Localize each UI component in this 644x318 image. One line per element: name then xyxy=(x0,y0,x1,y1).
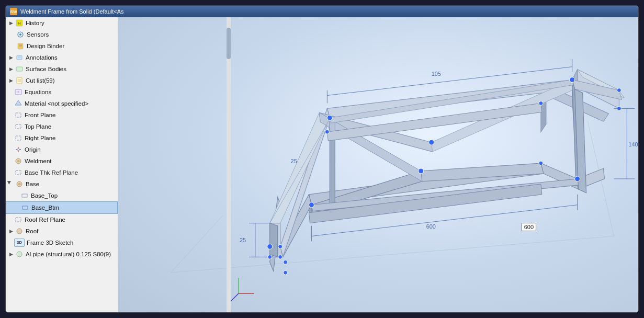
sidebar-item-top-plane[interactable]: Top Plane xyxy=(6,121,118,132)
sidebar-item-base-top[interactable]: Base_Top xyxy=(6,190,118,201)
svg-line-31 xyxy=(171,236,614,273)
cut-list-icon xyxy=(15,76,24,85)
svg-point-61 xyxy=(419,168,424,174)
svg-text:25: 25 xyxy=(291,158,297,164)
svg-point-30 xyxy=(17,252,22,257)
svg-point-64 xyxy=(539,161,543,165)
weldment-icon xyxy=(14,157,22,165)
design-binder-icon xyxy=(16,42,25,50)
svg-point-29 xyxy=(17,229,22,234)
origin-icon xyxy=(14,145,22,154)
history-label: History xyxy=(26,18,44,28)
sidebar-item-base-thk[interactable]: Base Thk Ref Plane xyxy=(6,167,118,178)
feature-tree[interactable]: ▶ H History Sensors Design Binder xyxy=(6,17,118,312)
base-top-icon xyxy=(20,191,29,200)
svg-point-59 xyxy=(278,255,283,259)
svg-rect-17 xyxy=(16,113,21,117)
svg-marker-16 xyxy=(15,100,21,105)
right-plane-icon xyxy=(14,134,22,142)
history-icon: H xyxy=(15,19,24,27)
sidebar-item-surface-bodies[interactable]: ▶ Surface Bodies xyxy=(6,63,118,75)
frame-3d-label: Frame 3D Sketch xyxy=(27,238,73,247)
svg-text:140: 140 xyxy=(628,141,638,147)
right-plane-label: Right Plane xyxy=(25,133,55,143)
sidebar-item-front-plane[interactable]: Front Plane xyxy=(6,109,118,121)
expand-arrow-roof: ▶ xyxy=(8,228,14,234)
top-plane-icon xyxy=(14,122,22,131)
svg-point-22 xyxy=(17,149,19,151)
sensors-label: Sensors xyxy=(27,30,49,39)
svg-rect-27 xyxy=(22,206,28,209)
svg-rect-28 xyxy=(16,218,21,222)
expand-arrow-annotations: ▶ xyxy=(8,54,14,61)
equations-icon: = xyxy=(14,88,22,96)
svg-point-60 xyxy=(429,140,434,145)
annotations-label: Annotations xyxy=(26,53,58,62)
svg-point-67 xyxy=(284,260,288,264)
svg-text:25: 25 xyxy=(240,237,246,243)
surface-bodies-label: Surface Bodies xyxy=(26,64,66,74)
annotations-icon xyxy=(15,53,24,62)
sidebar-item-origin[interactable]: Origin xyxy=(6,144,118,155)
base-thk-label: Base Thk Ref Plane xyxy=(25,168,78,177)
base-thk-icon xyxy=(14,168,22,177)
svg-rect-7 xyxy=(17,55,22,60)
3d-viewport[interactable]: 140 105 600 25 xyxy=(118,17,638,312)
svg-line-32 xyxy=(171,215,223,273)
sidebar-item-cut-list[interactable]: ▶ Cut list(59) xyxy=(6,75,118,86)
equations-label: Equations xyxy=(25,87,51,97)
top-plane-label: Top Plane xyxy=(25,122,51,131)
svg-rect-4 xyxy=(18,43,23,49)
material-icon xyxy=(14,99,22,108)
roof-icon xyxy=(15,227,24,235)
expand-arrow: ▶ xyxy=(8,20,14,26)
al-pipe-label: Al pipe (structural) 0.125 S80(9) xyxy=(26,249,111,259)
sidebar-item-material[interactable]: Material <not specified> xyxy=(6,98,118,109)
base-btm-label: Base_Btm xyxy=(31,203,59,212)
svg-point-54 xyxy=(327,115,332,120)
material-label: Material <not specified> xyxy=(25,99,88,108)
sidebar-item-sensors[interactable]: Sensors xyxy=(6,29,118,40)
svg-point-68 xyxy=(284,270,288,275)
svg-text:600: 600 xyxy=(426,223,436,230)
svg-rect-18 xyxy=(16,124,21,129)
svg-point-57 xyxy=(268,255,272,259)
base-label: Base xyxy=(26,179,39,189)
weldment-label: Weldment xyxy=(25,156,52,166)
sidebar-scrollbar[interactable] xyxy=(227,17,231,312)
svg-point-63 xyxy=(539,101,543,105)
svg-rect-24 xyxy=(16,171,21,175)
sidebar-item-base[interactable]: ▶ Base xyxy=(6,178,118,190)
app-window: SW Weldment Frame from Solid (Default<As… xyxy=(5,5,639,313)
sidebar-item-right-plane[interactable]: Right Plane xyxy=(6,132,118,144)
dimension-box-600: 600 xyxy=(522,223,536,231)
front-plane-icon xyxy=(14,111,22,119)
sidebar-item-frame-3d[interactable]: 3D Frame 3D Sketch xyxy=(6,237,118,248)
front-plane-label: Front Plane xyxy=(25,110,55,120)
expand-arrow-surface: ▶ xyxy=(8,66,14,72)
sidebar-item-equations[interactable]: = Equations xyxy=(6,86,118,98)
roof-ref-icon xyxy=(14,215,22,224)
sidebar-item-roof-ref-plane[interactable]: Roof Ref Plane xyxy=(6,214,118,225)
sidebar-item-design-binder[interactable]: Design Binder xyxy=(6,40,118,52)
sidebar-scrollbar-thumb[interactable] xyxy=(227,28,231,59)
svg-point-56 xyxy=(267,244,273,249)
sidebar-item-base-btm[interactable]: Base_Btm xyxy=(6,201,118,214)
main-content: ▶ H History Sensors Design Binder xyxy=(6,17,638,312)
svg-point-58 xyxy=(278,244,283,248)
expand-arrow-base: ▶ xyxy=(8,181,14,187)
sidebar-item-al-pipe[interactable]: ▶ Al pipe (structural) 0.125 S80(9) xyxy=(6,248,118,260)
sidebar-item-weldment[interactable]: Weldment xyxy=(6,155,118,167)
cut-list-label: Cut list(59) xyxy=(26,76,55,85)
roof-ref-plane-label: Roof Ref Plane xyxy=(25,215,65,224)
base-top-label: Base_Top xyxy=(31,191,58,200)
roof-label: Roof xyxy=(26,226,38,236)
title-bar: SW Weldment Frame from Solid (Default<As xyxy=(6,6,638,17)
svg-rect-19 xyxy=(16,136,21,140)
sidebar-item-history[interactable]: ▶ H History xyxy=(6,17,118,29)
sidebar-item-annotations[interactable]: ▶ Annotations xyxy=(6,52,118,63)
sidebar-item-roof[interactable]: ▶ Roof xyxy=(6,225,118,237)
svg-point-3 xyxy=(19,33,21,36)
svg-point-65 xyxy=(617,88,621,93)
svg-text:105: 105 xyxy=(432,71,441,77)
